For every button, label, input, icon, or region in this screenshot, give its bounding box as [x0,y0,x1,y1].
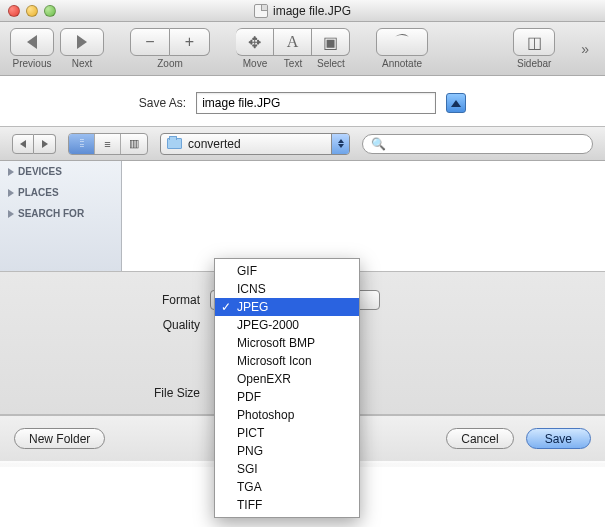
format-option-tiff[interactable]: TIFF [215,496,359,514]
zoom-in-button[interactable]: + [170,28,210,56]
folder-popup[interactable]: converted [160,133,350,155]
format-option-icns[interactable]: ICNS [215,280,359,298]
quality-label: Quality [0,318,200,332]
nav-back-button[interactable] [12,134,34,154]
folder-icon [167,138,182,149]
folder-name: converted [188,137,241,151]
format-label: Format [0,293,200,307]
icon-view-icon: ⦙⦙ [80,137,84,150]
search-icon: 🔍 [371,137,386,151]
save-as-label: Save As: [139,96,186,110]
triangle-right-icon [42,140,48,148]
column-view-button[interactable]: ▥ [121,134,147,154]
file-icon [254,4,268,18]
text-icon: A [287,33,299,51]
format-option-pdf[interactable]: PDF [215,388,359,406]
icon-view-button[interactable]: ⦙⦙ [69,134,95,154]
browser-content-area[interactable] [122,161,605,271]
sidebar-icon: ◫ [527,33,542,52]
zoom-out-button[interactable]: − [130,28,170,56]
format-option-jpeg[interactable]: JPEG [215,298,359,316]
disclosure-toggle[interactable] [446,93,466,113]
sidebar-label: Sidebar [517,58,551,69]
window-titlebar: image file.JPG [0,0,605,22]
select-tool-button[interactable]: ▣ [312,28,350,56]
zoom-label: Zoom [157,58,183,69]
cancel-button[interactable]: Cancel [446,428,513,449]
disclosure-triangle-icon [8,210,14,218]
format-option-png[interactable]: PNG [215,442,359,460]
next-button[interactable] [60,28,104,56]
triangle-up-icon [451,100,461,107]
arrow-right-icon [77,35,87,49]
move-label: Move [243,58,267,69]
arrow-left-icon [27,35,37,49]
previous-button[interactable] [10,28,54,56]
annotate-button[interactable]: ⌒ [376,28,428,56]
search-input[interactable] [391,138,584,150]
annotate-icon: ⌒ [394,32,410,53]
move-tool-button[interactable]: ✥ [236,28,274,56]
list-view-button[interactable]: ≡ [95,134,121,154]
move-icon: ✥ [248,33,261,52]
annotate-label: Annotate [382,58,422,69]
triangle-left-icon [20,140,26,148]
select-icon: ▣ [323,33,338,52]
sidebar-devices[interactable]: DEVICES [0,161,121,182]
file-browser-body: DEVICES PLACES SEARCH FOR [0,161,605,271]
sidebar-toggle-button[interactable]: ◫ [513,28,555,56]
search-field[interactable]: 🔍 [362,134,593,154]
format-option-pict[interactable]: PICT [215,424,359,442]
save-as-row: Save As: [0,76,605,127]
text-label: Text [284,58,302,69]
list-view-icon: ≡ [104,138,110,150]
file-browser-toolbar: ⦙⦙ ≡ ▥ converted 🔍 [0,127,605,161]
filesize-label: File Size [0,386,200,400]
format-option-openexr[interactable]: OpenEXR [215,370,359,388]
app-toolbar: Previous Next − + Zoom ✥ Move A Text [0,22,605,76]
new-folder-button[interactable]: New Folder [14,428,105,449]
format-option-microsoft-bmp[interactable]: Microsoft BMP [215,334,359,352]
save-as-input[interactable] [196,92,436,114]
browser-sidebar: DEVICES PLACES SEARCH FOR [0,161,122,271]
disclosure-triangle-icon [8,168,14,176]
format-option-sgi[interactable]: SGI [215,460,359,478]
format-option-jpeg-2000[interactable]: JPEG-2000 [215,316,359,334]
overflow-chevron-icon[interactable]: » [581,41,595,57]
plus-icon: + [185,33,194,51]
disclosure-triangle-icon [8,189,14,197]
minus-icon: − [145,33,154,51]
sidebar-places[interactable]: PLACES [0,182,121,203]
window-title: image file.JPG [273,4,351,18]
select-label: Select [317,58,345,69]
nav-forward-button[interactable] [34,134,56,154]
format-option-microsoft-icon[interactable]: Microsoft Icon [215,352,359,370]
next-label: Next [72,58,93,69]
save-button[interactable]: Save [526,428,591,449]
format-option-gif[interactable]: GIF [215,262,359,280]
sidebar-search-for[interactable]: SEARCH FOR [0,203,121,224]
format-option-photoshop[interactable]: Photoshop [215,406,359,424]
text-tool-button[interactable]: A [274,28,312,56]
format-dropdown-menu: GIFICNSJPEGJPEG-2000Microsoft BMPMicroso… [214,258,360,518]
format-option-tga[interactable]: TGA [215,478,359,496]
view-mode-segment: ⦙⦙ ≡ ▥ [68,133,148,155]
column-view-icon: ▥ [129,137,139,150]
previous-label: Previous [13,58,52,69]
